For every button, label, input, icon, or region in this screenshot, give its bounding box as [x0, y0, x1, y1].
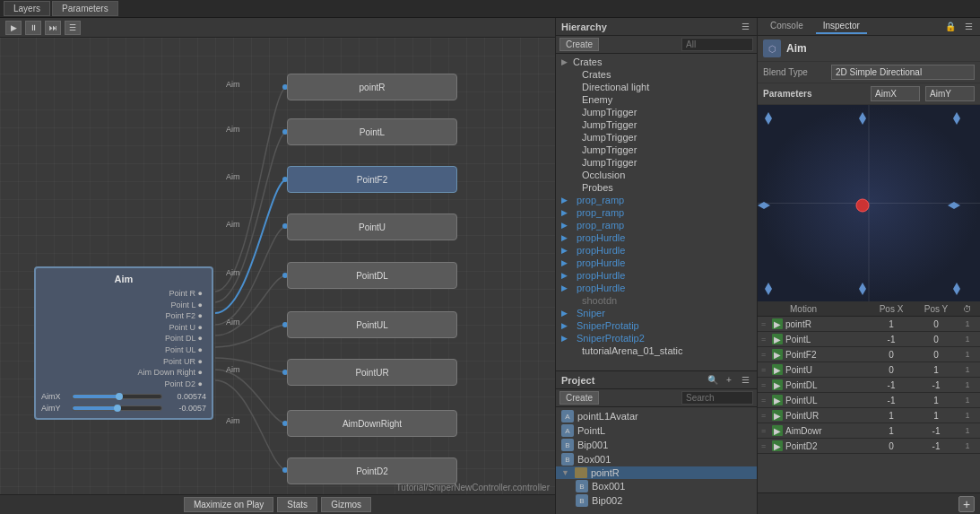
hierarchy-item[interactable]: JumpTrigger — [556, 131, 757, 144]
project-search-input[interactable] — [681, 391, 753, 405]
layers-tab[interactable]: Layers — [4, 1, 50, 16]
motion-posx[interactable]: 1 — [869, 426, 914, 436]
hierarchy-item[interactable]: ▶ propHurdle — [556, 231, 757, 244]
motion-row[interactable]: = ▶ PointF2 0 0 1 — [758, 347, 980, 362]
node-pointF2[interactable]: PointF2 — [287, 166, 457, 193]
project-menu-btn[interactable]: ☰ — [739, 374, 751, 387]
hierarchy-item[interactable]: JumpTrigger — [556, 156, 757, 169]
param-x-dropdown[interactable]: AimX — [871, 86, 920, 101]
motion-posy[interactable]: 0 — [914, 350, 958, 360]
project-search-btn[interactable]: 🔍 — [707, 374, 719, 387]
hierarchy-item[interactable]: ▶ propHurdle — [556, 244, 757, 257]
motion-posx[interactable]: 1 — [869, 319, 914, 329]
motion-row[interactable]: = ▶ PointU 0 1 1 — [758, 362, 980, 378]
console-tab[interactable]: Console — [763, 19, 811, 34]
motion-row[interactable]: = ▶ AimDowr 1 -1 1 — [758, 423, 980, 439]
motion-posx[interactable]: -1 — [869, 380, 914, 390]
project-item[interactable]: B Bip001 — [556, 438, 757, 452]
drag-handle[interactable]: = — [761, 380, 772, 389]
project-create-btn[interactable]: Create — [559, 391, 599, 405]
drag-handle[interactable]: = — [761, 396, 772, 405]
drag-handle[interactable]: = — [761, 441, 772, 450]
node-pointL[interactable]: PointL — [287, 118, 457, 145]
stats-btn[interactable]: Stats — [277, 497, 317, 512]
hierarchy-item[interactable]: ▶ SniperProtatip2 — [556, 332, 757, 344]
project-item[interactable]: B Bip002 — [556, 493, 757, 508]
hierarchy-create-btn[interactable]: Create — [559, 38, 599, 51]
hierarchy-item-occlusion[interactable]: Occlusion — [556, 169, 757, 181]
hierarchy-item[interactable]: Enemy — [556, 93, 757, 106]
hierarchy-item[interactable]: ▶ Sniper — [556, 307, 757, 319]
project-item[interactable]: B Box001 — [556, 479, 757, 493]
step-btn[interactable]: ⏭ — [45, 21, 61, 35]
motion-posx[interactable]: 1 — [869, 411, 914, 421]
blend-type-value[interactable]: 2D Simple Directional — [831, 65, 975, 80]
parameters-tab[interactable]: Parameters — [52, 1, 118, 16]
drag-handle[interactable]: = — [761, 426, 772, 435]
node-pointD2[interactable]: PointD2 — [287, 457, 457, 484]
motion-posy[interactable]: 0 — [914, 319, 958, 329]
hierarchy-search[interactable] — [681, 38, 753, 51]
hierarchy-item-shootdn[interactable]: shootdn — [556, 294, 757, 307]
aim-main-node[interactable]: Aim Point R ● Point L ● Point F2 ● Point… — [34, 266, 213, 420]
motion-row[interactable]: = ▶ PointD2 0 -1 1 — [758, 439, 980, 454]
motion-posy[interactable]: 1 — [914, 411, 958, 421]
inspector-tab[interactable]: Inspector — [816, 19, 867, 34]
hierarchy-item[interactable]: JumpTrigger — [556, 118, 757, 131]
project-add-btn[interactable]: + — [723, 374, 735, 387]
aimy-slider[interactable] — [72, 405, 162, 411]
node-pointDL[interactable]: PointDL — [287, 262, 457, 289]
hierarchy-item[interactable]: JumpTrigger — [556, 106, 757, 118]
maximize-on-play-btn[interactable]: Maximize on Play — [184, 497, 273, 512]
motion-posx[interactable]: 0 — [869, 365, 914, 375]
motion-posy[interactable]: -1 — [914, 441, 958, 451]
node-pointUR[interactable]: PointUR — [287, 359, 457, 386]
hierarchy-item[interactable]: ▶ SniperProtatip — [556, 319, 757, 332]
animator-canvas[interactable]: pointR PointL PointF2 PointU PointDL Poi… — [0, 38, 555, 514]
play-btn[interactable]: ▶ — [5, 21, 22, 35]
drag-handle[interactable]: = — [761, 319, 772, 328]
hierarchy-item[interactable]: JumpTrigger — [556, 144, 757, 156]
motion-posy[interactable]: -1 — [914, 426, 958, 436]
hierarchy-item[interactable]: ▶ propHurdle — [556, 269, 757, 282]
motion-posy[interactable]: 0 — [914, 335, 958, 344]
project-item[interactable]: B Box001 — [556, 452, 757, 466]
node-aimDownRight[interactable]: AimDownRight — [287, 410, 457, 437]
node-pointU[interactable]: PointU — [287, 213, 457, 240]
motion-posy[interactable]: 1 — [914, 396, 958, 405]
project-item[interactable]: A PointL — [556, 423, 757, 438]
drag-handle[interactable]: = — [761, 365, 772, 374]
motion-posx[interactable]: -1 — [869, 335, 914, 344]
hierarchy-item[interactable]: ▶ Crates — [556, 56, 757, 68]
hierarchy-item[interactable]: ▶ prop_ramp — [556, 206, 757, 219]
hierarchy-item[interactable]: ▶ propHurdle — [556, 257, 757, 269]
motion-row[interactable]: = ▶ PointL -1 0 1 — [758, 332, 980, 347]
menu-btn[interactable]: ☰ — [65, 21, 81, 35]
node-pointR[interactable]: pointR — [287, 74, 457, 100]
motion-posx[interactable]: 0 — [869, 350, 914, 360]
pause-btn[interactable]: ⏸ — [25, 21, 41, 35]
motion-row[interactable]: = ▶ PointUL -1 1 1 — [758, 393, 980, 408]
hierarchy-item[interactable]: ▶ propHurdle — [556, 282, 757, 294]
motion-posy[interactable]: -1 — [914, 380, 958, 390]
gizmos-btn[interactable]: Gizmos — [321, 497, 371, 512]
motion-posx[interactable]: 0 — [869, 441, 914, 451]
drag-handle[interactable]: = — [761, 335, 772, 344]
hierarchy-item[interactable]: ▶ prop_ramp — [556, 219, 757, 231]
node-pointUL[interactable]: PointUL — [287, 311, 457, 338]
hierarchy-item[interactable]: ▶ prop_ramp — [556, 194, 757, 206]
motion-posx[interactable]: -1 — [869, 396, 914, 405]
hierarchy-item[interactable]: Crates — [556, 68, 757, 81]
hierarchy-item[interactable]: Directional light — [556, 81, 757, 93]
drag-handle[interactable]: = — [761, 411, 772, 420]
motion-row[interactable]: = ▶ PointUR 1 1 1 — [758, 408, 980, 423]
param-y-dropdown[interactable]: AimY — [925, 86, 975, 101]
drag-handle[interactable]: = — [761, 350, 772, 359]
motion-row[interactable]: = ▶ PointDL -1 -1 1 — [758, 378, 980, 393]
add-motion-btn[interactable]: + — [958, 496, 975, 512]
project-item-pointR[interactable]: ▼ pointR — [556, 466, 757, 479]
menu-icon[interactable]: ☰ — [962, 21, 975, 33]
hierarchy-item[interactable]: tutorialArena_01_static — [556, 344, 757, 357]
aimx-slider[interactable] — [72, 394, 162, 399]
project-item[interactable]: A pointL1Avatar — [556, 409, 757, 423]
